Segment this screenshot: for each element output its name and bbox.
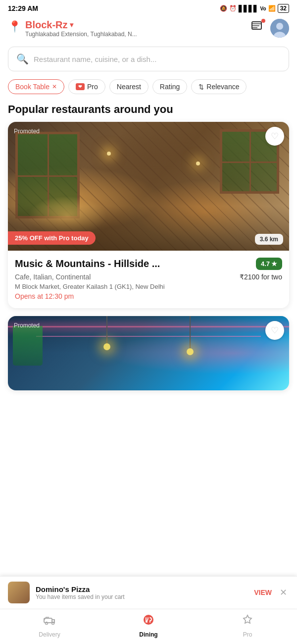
signal-icon: ▋▋▋▋: [239, 5, 258, 12]
alarm-icon: ⏰: [229, 5, 237, 12]
chevron-down-icon: ▾: [70, 21, 73, 29]
promoted-badge-1: Promoted: [14, 128, 40, 135]
star-icon-1: ★: [271, 260, 277, 268]
close-icon[interactable]: ✕: [52, 83, 57, 90]
cart-view-button[interactable]: VIEW: [254, 589, 272, 596]
location-address: Tughlakabad Extension, Tughlakabad, N...: [25, 31, 137, 38]
avatar[interactable]: [270, 19, 289, 38]
delivery-icon: [43, 613, 56, 629]
section-title: Popular restaurants around you: [0, 99, 297, 122]
nearest-label: Nearest: [117, 83, 141, 91]
nav-delivery[interactable]: Delivery: [0, 613, 99, 638]
heart-icon-2: ♡: [271, 325, 279, 336]
restaurant-info-1: Music & Mountains - Hillside ... 4.7 ★ C…: [8, 251, 289, 308]
location-text-block: Block-Rz ▾ Tughlakabad Extension, Tughla…: [25, 19, 137, 38]
restaurant-image-1: Promoted ♡ 25% OFF with Pro today 3.6 km: [8, 122, 289, 251]
cart-thumbnail: [8, 582, 30, 603]
status-icons: 🔕 ⏰ ▋▋▋▋ Vo 📶 32: [220, 4, 289, 13]
restaurant-opens-1: Opens at 12:30 pm: [15, 292, 282, 300]
filter-rating[interactable]: Rating: [152, 79, 187, 94]
pro-icon: ❤: [76, 83, 85, 90]
restaurant-photo-2: [8, 316, 289, 390]
relevance-label: Relevance: [206, 83, 239, 91]
filter-book-table[interactable]: Book Table ✕: [8, 79, 64, 94]
battery-icon: 32: [278, 4, 289, 13]
rating-badge-1: 4.7 ★: [256, 258, 282, 270]
filter-pills: Book Table ✕ ❤ Pro Nearest Rating ⇅ Rele…: [0, 76, 297, 99]
dining-label: Dining: [139, 631, 157, 638]
pro-label: Pro: [87, 83, 98, 91]
filter-pro[interactable]: ❤ Pro: [68, 79, 105, 94]
restaurant-image-2: Promoted ♡: [8, 316, 289, 390]
notification-button[interactable]: [250, 20, 264, 37]
location-name[interactable]: Block-Rz ▾: [25, 19, 137, 31]
restaurant-price-1: ₹2100 for two: [240, 273, 282, 281]
search-container: 🔍 Restaurant name, cuisine, or a dish...: [0, 42, 297, 76]
restaurant-cuisine-1: Cafe, Italian, Continental: [15, 273, 91, 281]
restaurant-card-1[interactable]: Promoted ♡ 25% OFF with Pro today 3.6 km…: [8, 122, 289, 308]
pro-nav-label: Pro: [243, 631, 252, 638]
header: 📍 Block-Rz ▾ Tughlakabad Extension, Tugh…: [0, 15, 297, 42]
svg-point-10: [144, 615, 153, 625]
cart-subtitle: You have items saved in your cart: [36, 593, 248, 600]
cart-banner: Domino's Pizza You have items saved in y…: [0, 576, 297, 608]
nav-dining[interactable]: Dining: [99, 613, 198, 638]
location-block[interactable]: 📍 Block-Rz ▾ Tughlakabad Extension, Tugh…: [8, 19, 137, 38]
filter-relevance[interactable]: ⇅ Relevance: [191, 79, 247, 94]
pro-nav-icon: [241, 613, 254, 629]
distance-badge-1: 3.6 km: [255, 234, 283, 245]
restaurant-address-1: M Block Market, Greater Kailash 1 (GK1),…: [15, 283, 282, 290]
restaurant-title-row-1: Music & Mountains - Hillside ... 4.7 ★: [15, 258, 282, 270]
mute-icon: 🔕: [220, 5, 227, 12]
wifi-icon: 📶: [268, 5, 276, 12]
notification-icon: [250, 23, 264, 36]
bottom-nav: Delivery Dining Pro: [0, 609, 297, 644]
delivery-label: Delivery: [39, 631, 60, 638]
search-input[interactable]: Restaurant name, cuisine, or a dish...: [34, 55, 156, 63]
header-actions: [250, 19, 289, 38]
rating-label: Rating: [160, 83, 180, 91]
cart-close-button[interactable]: ✕: [278, 585, 289, 600]
status-time: 12:29 AM: [8, 4, 38, 12]
filter-nearest[interactable]: Nearest: [109, 79, 148, 94]
dining-icon: [142, 613, 155, 629]
favourite-button-1[interactable]: ♡: [265, 127, 284, 146]
offer-badge-1: 25% OFF with Pro today: [8, 231, 96, 245]
status-bar: 12:29 AM 🔕 ⏰ ▋▋▋▋ Vo 📶 32: [0, 0, 297, 15]
promoted-badge-2: Promoted: [14, 322, 40, 329]
notification-badge: [261, 19, 265, 23]
cart-thumb-image: [8, 582, 30, 603]
search-icon: 🔍: [16, 53, 29, 65]
vo-icon: Vo: [260, 6, 266, 11]
nav-pro[interactable]: Pro: [198, 613, 297, 638]
svg-point-5: [276, 23, 283, 30]
favourite-button-2[interactable]: ♡: [265, 321, 284, 340]
book-table-label: Book Table: [15, 83, 50, 91]
cart-text: Domino's Pizza You have items saved in y…: [36, 585, 248, 600]
restaurant-name-1: Music & Mountains - Hillside ...: [15, 258, 160, 269]
sort-icon: ⇅: [198, 83, 204, 91]
location-pin-icon: 📍: [8, 20, 21, 33]
cart-restaurant-name: Domino's Pizza: [36, 585, 248, 593]
search-bar[interactable]: 🔍 Restaurant name, cuisine, or a dish...: [8, 47, 289, 71]
restaurant-meta-1: Cafe, Italian, Continental ₹2100 for two: [15, 273, 282, 281]
heart-icon-1: ♡: [271, 131, 279, 142]
restaurant-card-2[interactable]: Promoted ♡: [8, 316, 289, 390]
